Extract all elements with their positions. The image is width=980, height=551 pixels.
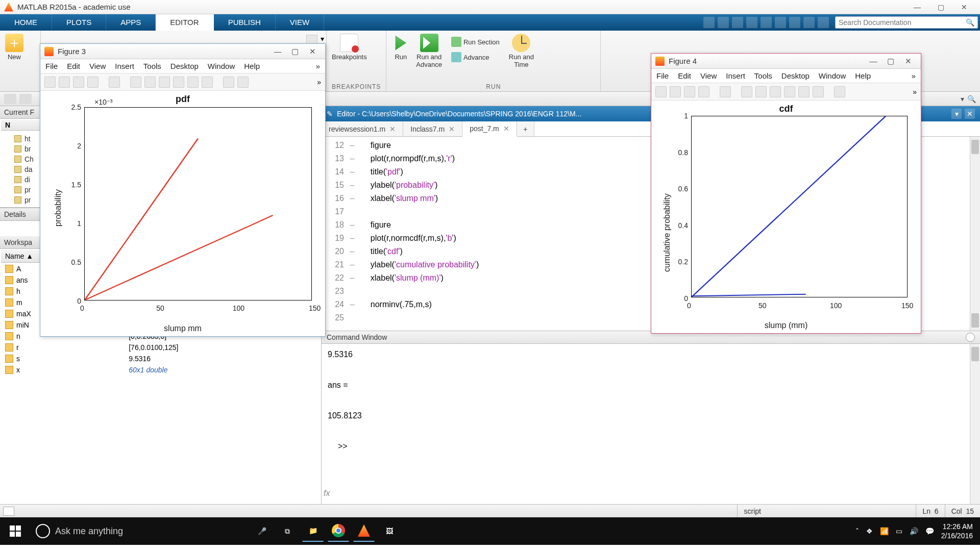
- run-and-advance-button[interactable]: Run and Advance: [416, 34, 442, 68]
- toolbar-overflow-icon[interactable]: »: [913, 88, 917, 96]
- brush-icon[interactable]: [202, 77, 213, 88]
- save-figure-icon[interactable]: [73, 77, 84, 88]
- run-and-time-button[interactable]: Run and Time: [509, 34, 534, 68]
- figure-maximize-button[interactable]: ▢: [286, 47, 304, 56]
- menu-view[interactable]: View: [89, 62, 106, 70]
- paste-icon[interactable]: [761, 17, 772, 28]
- figure-minimize-button[interactable]: —: [865, 57, 882, 65]
- zoom-in-icon[interactable]: [741, 86, 752, 97]
- editor-scrollbar[interactable]: [970, 137, 980, 331]
- menu-overflow-icon[interactable]: »: [912, 71, 916, 80]
- zoom-out-icon[interactable]: [755, 86, 767, 97]
- mic-icon[interactable]: 🎤: [251, 520, 273, 542]
- editor-tab[interactable]: post_7.m✕: [462, 121, 517, 137]
- zoom-out-icon[interactable]: [144, 77, 156, 88]
- link-icon[interactable]: [834, 86, 845, 97]
- print-figure-icon[interactable]: [87, 77, 99, 88]
- editor-close-icon[interactable]: ✕: [965, 109, 975, 119]
- open-figure-icon[interactable]: [59, 77, 70, 88]
- figure-3-window[interactable]: Figure 3 — ▢ ✕ FileEditViewInsertToolsDe…: [40, 43, 326, 337]
- menu-desktop[interactable]: Desktop: [781, 71, 810, 80]
- fx-icon[interactable]: fx: [324, 486, 330, 501]
- menu-help[interactable]: Help: [244, 62, 260, 70]
- workspace-row[interactable]: s9.5316: [1, 354, 320, 364]
- menu-help[interactable]: Help: [855, 71, 871, 80]
- breakpoints-button[interactable]: Breakpoints: [332, 34, 367, 61]
- link-icon[interactable]: [223, 77, 234, 88]
- menu-view[interactable]: View: [700, 71, 717, 80]
- task-view-icon[interactable]: ⧉: [277, 520, 298, 542]
- cut-icon[interactable]: [732, 17, 743, 28]
- editor-tab[interactable]: reviewsession1.m✕: [322, 121, 403, 136]
- new-figure-icon[interactable]: [655, 86, 667, 97]
- workspace-row[interactable]: x60x1 double: [1, 365, 320, 375]
- add-tab-button[interactable]: +: [517, 121, 534, 136]
- tab-apps[interactable]: APPS: [106, 14, 156, 31]
- start-button[interactable]: [0, 517, 31, 545]
- figure-4-window[interactable]: Figure 4 — ▢ ✕ FileEditViewInsertToolsDe…: [651, 53, 921, 334]
- save-figure-icon[interactable]: [684, 86, 695, 97]
- menu-insert[interactable]: Insert: [726, 71, 745, 80]
- tab-close-icon[interactable]: ✕: [449, 121, 455, 137]
- rotate-icon[interactable]: [173, 77, 184, 88]
- undo-icon[interactable]: [775, 17, 786, 28]
- menu-tools[interactable]: Tools: [143, 62, 161, 70]
- advance-button[interactable]: Advance: [448, 51, 503, 63]
- pointer-icon[interactable]: [109, 77, 120, 88]
- command-window[interactable]: 9.5316 ans = 105.8123 fx>>: [322, 344, 980, 504]
- run-button[interactable]: Run: [391, 34, 410, 61]
- tab-view[interactable]: VIEW: [276, 14, 324, 31]
- forward-button[interactable]: [19, 94, 32, 104]
- data-cursor-icon[interactable]: [187, 77, 199, 88]
- menu-edit[interactable]: Edit: [67, 62, 80, 70]
- pointer-icon[interactable]: [720, 86, 731, 97]
- doc-search-input[interactable]: [839, 18, 966, 27]
- maximize-button[interactable]: ▢: [929, 0, 952, 14]
- copy-icon[interactable]: [746, 17, 757, 28]
- minimize-button[interactable]: —: [905, 0, 929, 14]
- address-dropdown-icon[interactable]: ▾: [961, 95, 964, 103]
- colorbar-icon[interactable]: [237, 77, 249, 88]
- menu-file[interactable]: File: [45, 62, 58, 70]
- pan-icon[interactable]: [770, 86, 781, 97]
- menu-file[interactable]: File: [656, 71, 669, 80]
- redo-icon[interactable]: [789, 17, 800, 28]
- menu-desktop[interactable]: Desktop: [170, 62, 199, 70]
- print-icon[interactable]: [803, 17, 815, 28]
- volume-icon[interactable]: 🔊: [910, 527, 918, 535]
- tab-close-icon[interactable]: ✕: [389, 121, 396, 137]
- menu-edit[interactable]: Edit: [678, 71, 691, 80]
- matlab-taskbar-icon[interactable]: [353, 520, 375, 542]
- search-path-icon[interactable]: 🔍: [967, 95, 976, 103]
- menu-tools[interactable]: Tools: [754, 71, 772, 80]
- system-tray[interactable]: ˄ ❖ 📶 ▭ 🔊 💬 12:26 AM 2/16/2016: [855, 522, 980, 540]
- taskbar-clock[interactable]: 12:26 AM 2/16/2016: [941, 522, 973, 540]
- photos-icon[interactable]: 🖼: [379, 520, 400, 542]
- help-icon[interactable]: [818, 17, 829, 28]
- save-icon[interactable]: [718, 17, 729, 28]
- chrome-icon[interactable]: [328, 520, 349, 542]
- tab-home[interactable]: HOME: [0, 14, 52, 31]
- tab-publish[interactable]: PUBLISH: [214, 14, 276, 31]
- command-scrollbar[interactable]: [970, 344, 980, 504]
- battery-icon[interactable]: ▭: [896, 527, 902, 535]
- menu-window[interactable]: Window: [819, 71, 846, 80]
- workspace-row[interactable]: r[76,0.0100,125]: [1, 342, 320, 353]
- rotate-icon[interactable]: [784, 86, 795, 97]
- editor-restore-icon[interactable]: ▾: [951, 109, 962, 119]
- pan-icon[interactable]: [159, 77, 170, 88]
- toolbar-overflow-icon[interactable]: »: [317, 78, 321, 86]
- brush-icon[interactable]: [813, 86, 824, 97]
- open-figure-icon[interactable]: [670, 86, 681, 97]
- notifications-icon[interactable]: 💬: [925, 527, 934, 535]
- new-figure-icon[interactable]: [44, 77, 56, 88]
- tray-sync-icon[interactable]: ❖: [866, 527, 873, 535]
- file-explorer-icon[interactable]: 📁: [302, 520, 324, 542]
- cortana-icon[interactable]: [36, 524, 50, 538]
- figure-close-button[interactable]: ✕: [899, 57, 917, 66]
- zoom-in-icon[interactable]: [130, 77, 141, 88]
- back-button[interactable]: [4, 94, 16, 104]
- editor-tab[interactable]: Inclass7.m✕: [403, 121, 462, 136]
- figure-minimize-button[interactable]: —: [269, 47, 286, 56]
- menu-overflow-icon[interactable]: »: [316, 62, 320, 70]
